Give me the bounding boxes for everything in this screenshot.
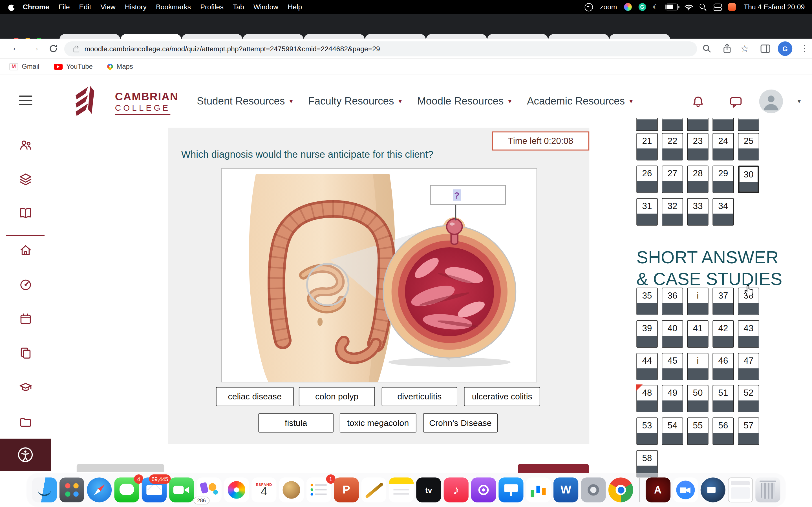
menu-bookmarks[interactable]: Bookmarks: [151, 3, 195, 11]
next-button-partial[interactable]: [518, 464, 589, 473]
menu-file[interactable]: File: [54, 3, 74, 11]
question-nav-item-partial[interactable]: [712, 118, 733, 131]
sidebar-files-icon[interactable]: [18, 346, 33, 360]
sidebar-folder-icon[interactable]: [18, 415, 33, 429]
question-nav-item-info[interactable]: i: [687, 353, 708, 380]
zoom-lens-icon[interactable]: [702, 44, 712, 53]
sidebar-grades-icon[interactable]: [18, 380, 33, 394]
question-nav-item[interactable]: 27: [662, 166, 683, 193]
answer-option[interactable]: colon polyp: [299, 387, 375, 406]
dock-messages-icon[interactable]: 4: [114, 477, 139, 502]
question-nav-item[interactable]: 45: [662, 353, 683, 380]
question-nav-item-info[interactable]: i: [687, 288, 708, 315]
dock-calendar-icon[interactable]: ESFAND4: [252, 477, 276, 502]
question-nav-item[interactable]: 34: [712, 198, 733, 225]
apple-menu-icon[interactable]: [8, 3, 15, 11]
forward-button[interactable]: →: [30, 42, 40, 53]
menu-help[interactable]: Help: [283, 3, 307, 11]
menu-datetime[interactable]: Thu 4 Esfand 20:09: [744, 3, 805, 11]
sidebar-library-icon[interactable]: [18, 206, 33, 220]
side-panel-icon[interactable]: [760, 44, 770, 53]
menu-profiles[interactable]: Profiles: [196, 3, 229, 11]
battery-icon[interactable]: [665, 4, 678, 10]
bookmark-maps[interactable]: Maps: [107, 62, 133, 70]
menu-dots-icon[interactable]: ⋮: [800, 43, 809, 54]
question-nav-item[interactable]: 53: [637, 417, 658, 445]
question-nav-item[interactable]: 44: [637, 353, 658, 380]
dock-word-icon[interactable]: W: [553, 477, 578, 502]
answer-option[interactable]: toxic megacolon: [340, 413, 416, 433]
dock-keynote-icon[interactable]: [499, 477, 523, 502]
back-button[interactable]: ←: [11, 42, 21, 53]
refresh-button[interactable]: [49, 44, 58, 53]
question-nav-item[interactable]: 37: [712, 288, 733, 315]
menu-tab[interactable]: Tab: [228, 3, 249, 11]
dock-freeform-icon[interactable]: 286: [197, 477, 221, 502]
zoom-menu-item[interactable]: zoom: [600, 3, 617, 11]
sidebar-users-icon[interactable]: [18, 138, 33, 152]
menu-view[interactable]: View: [96, 3, 120, 11]
previous-button-partial[interactable]: [77, 464, 164, 472]
nav-faculty-resources[interactable]: Faculty Resources▾: [308, 95, 402, 107]
answer-option[interactable]: fistula: [259, 413, 334, 433]
dock-trash-icon[interactable]: [755, 477, 780, 502]
nav-academic-resources[interactable]: Academic Resources▾: [527, 95, 633, 107]
question-nav-item[interactable]: 49: [662, 385, 683, 412]
bookmark-gmail[interactable]: M Gmail: [9, 62, 39, 70]
question-nav-item[interactable]: 22: [662, 133, 683, 160]
dock-pen-icon[interactable]: [361, 477, 386, 502]
question-nav-item[interactable]: 47: [738, 353, 759, 380]
hamburger-menu[interactable]: [18, 94, 33, 107]
dock-finder-icon[interactable]: [32, 477, 57, 502]
menu-edit[interactable]: Edit: [74, 3, 96, 11]
answer-drop-zone[interactable]: ?: [430, 185, 505, 205]
dock-camera-app-icon[interactable]: [700, 477, 725, 502]
question-nav-item[interactable]: 51: [712, 385, 733, 412]
question-nav-item[interactable]: 40: [662, 320, 683, 348]
question-nav-item[interactable]: 23: [687, 133, 708, 160]
focus-moon-icon[interactable]: ☾: [653, 3, 659, 11]
menu-history[interactable]: History: [120, 3, 151, 11]
dock-safari-icon[interactable]: [87, 477, 112, 502]
dock-settings-icon[interactable]: [581, 477, 606, 502]
question-nav-item[interactable]: 31: [637, 198, 658, 225]
menu-app-name[interactable]: Chrome: [18, 3, 54, 11]
dock-chrome-icon[interactable]: [608, 477, 633, 502]
question-nav-item[interactable]: 42: [712, 320, 733, 348]
dock-appletv-icon[interactable]: tv: [416, 477, 441, 502]
dock-facetime-icon[interactable]: [169, 477, 194, 502]
dock-acrobat-icon[interactable]: A: [645, 477, 670, 502]
orange-app-icon[interactable]: [728, 3, 736, 11]
screen-recording-icon[interactable]: [585, 3, 593, 11]
question-nav-item[interactable]: 25: [738, 133, 759, 160]
profile-avatar[interactable]: G: [778, 41, 792, 56]
dock-notes-icon[interactable]: [389, 477, 414, 502]
dock-screenshot-preview[interactable]: [728, 477, 753, 502]
question-nav-item[interactable]: 24: [712, 133, 733, 160]
question-nav-item[interactable]: 52: [738, 385, 759, 412]
question-nav-item-flagged[interactable]: 48: [637, 385, 658, 412]
question-nav-item[interactable]: 43: [738, 320, 759, 348]
dock-mail-icon[interactable]: 69,445: [142, 477, 167, 502]
spotlight-icon[interactable]: [700, 3, 707, 11]
dock-reminders-icon[interactable]: 1: [306, 477, 331, 502]
question-nav-item[interactable]: 26: [637, 166, 658, 193]
dock-zoom-icon[interactable]: [673, 477, 698, 502]
answer-option[interactable]: ulcerative colitis: [464, 387, 540, 406]
address-bar[interactable]: moodle.cambriancollege.ca/mod/quiz/attem…: [64, 41, 697, 56]
question-nav-item-current[interactable]: 30: [738, 166, 759, 193]
accessibility-button[interactable]: [0, 439, 51, 471]
notifications-bell-icon[interactable]: [690, 94, 706, 110]
question-nav-item[interactable]: 57: [738, 417, 759, 445]
messages-chat-icon[interactable]: [728, 94, 744, 110]
question-nav-item[interactable]: 36: [662, 288, 683, 315]
menu-window[interactable]: Window: [249, 3, 283, 11]
question-nav-item-partial[interactable]: [662, 118, 683, 131]
sidebar-dashboard-icon[interactable]: [18, 277, 33, 291]
question-nav-item[interactable]: 33: [687, 198, 708, 225]
question-nav-item[interactable]: 54: [662, 417, 683, 445]
question-nav-item[interactable]: 55: [687, 417, 708, 445]
answer-option[interactable]: Crohn's Disease: [423, 413, 498, 433]
question-nav-item-partial[interactable]: [687, 118, 708, 131]
nav-moodle-resources[interactable]: Moodle Resources▾: [417, 95, 511, 107]
